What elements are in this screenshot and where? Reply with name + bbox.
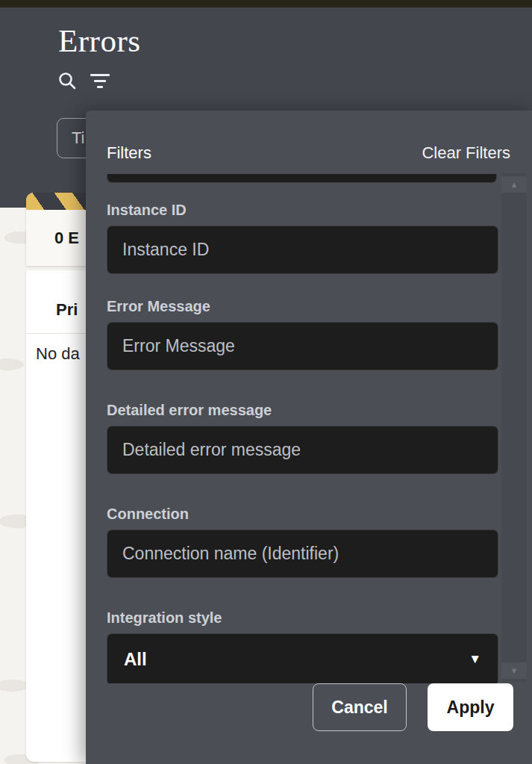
chevron-down-icon: ▼ [469,652,481,667]
field-label: Integration style [107,609,532,627]
instance-id-input[interactable] [107,226,498,274]
scrollbar-down-icon[interactable]: ▼ [501,662,527,679]
cancel-button[interactable]: Cancel [313,683,407,731]
filters-title: Filters [107,143,151,173]
connection-input[interactable] [107,529,498,578]
screen: Errors Ti 0 E Pri No da Filters Clear Fi… [0,0,532,764]
field-label: Connection [107,506,532,523]
field-label: Detailed error message [107,402,532,419]
filters-panel-footer: Cancel Apply [86,683,532,764]
detailed-error-message-input[interactable] [107,426,498,474]
error-message-input[interactable] [107,322,498,370]
scrollbar-up-icon[interactable]: ▲ [501,176,527,193]
scrolled-input-partial[interactable] [107,174,497,183]
page-title: Errors [58,22,140,59]
field-error-message: Error Message [107,298,532,370]
apply-button[interactable]: Apply [428,683,513,731]
integration-style-select[interactable]: All ▼ [107,633,498,683]
field-connection: Connection [107,506,532,578]
field-label: Error Message [107,298,532,315]
search-icon[interactable] [57,70,78,91]
filters-panel: Filters Clear Filters Instance ID Error … [86,111,532,764]
title-toolbar [57,70,110,91]
field-label: Instance ID [107,202,532,219]
clear-filters-button[interactable]: Clear Filters [417,143,515,173]
select-value: All [124,649,147,670]
filters-scroll-area[interactable]: Instance ID Error Message Detailed error… [86,173,532,683]
panel-scrollbar[interactable]: ▲ ▼ [501,173,527,682]
filter-lines-glyph [90,74,110,88]
field-integration-style: Integration style All ▼ [107,609,532,683]
top-bar [0,0,532,7]
field-instance-id: Instance ID [107,202,532,274]
filters-panel-header: Filters Clear Filters [86,111,532,173]
field-detailed-error-message: Detailed error message [107,402,532,474]
filter-icon[interactable] [90,70,110,91]
